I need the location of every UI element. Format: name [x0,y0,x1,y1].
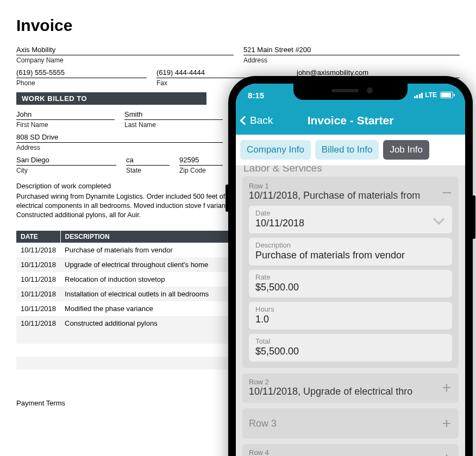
row-1-summary: 10/11/2018, Purchase of materials from [249,190,437,201]
section-title: Labor & Services [242,166,459,176]
row-1-card: Row 1 10/11/2018, Purchase of materials … [242,176,459,368]
total-value: $5,500.00 [255,346,446,357]
expand-icon[interactable]: + [441,380,452,395]
row-3-summary: Row 3 [249,418,277,429]
table-empty-row [16,357,245,370]
last-name-value: Smith [124,109,223,120]
row-2-card[interactable]: Row 2 10/11/2018, Upgrade of electrical … [242,373,459,403]
collapse-icon[interactable]: – [441,184,452,199]
work-desc-text: Purchased wiring from Dynamite Logistics… [16,192,245,220]
table-row: 10/11/2018Purchase of materials from ven… [16,243,245,257]
row-1-rate-field[interactable]: Rate $5,500.00 [249,270,452,297]
tab-billed-to-info[interactable]: Billed to Info [315,140,379,160]
row-1-hours-field[interactable]: Hours 1.0 [249,302,452,330]
line-items-table: DATE DESCRIPTION 10/11/2018Purchase of m… [16,231,245,383]
tab-row: Company Info Billed to Info Job Info [236,135,465,166]
col-description: DESCRIPTION [60,231,244,243]
carrier-label: LTE [425,91,437,99]
first-name-label: First Name [16,120,115,129]
row-4-card[interactable]: Row 4 10/11/2018, Relocation of inductio… [242,444,459,456]
cell-date: 10/11/2018 [16,301,60,316]
phone-label: Phone [16,78,147,87]
billed-to-header: WORK BILLED TO [16,92,206,105]
zip-label: Zip Code [179,166,223,174]
state-label: State [126,166,170,174]
last-name-label: Last Name [124,120,223,129]
cell-date: 10/11/2018 [16,316,60,331]
city-value: San Diego [16,155,116,166]
table-row: 10/11/2018Installation of electrical out… [16,287,245,301]
description-value: Purchase of materials from vendor [255,250,446,261]
city-label: City [16,166,116,174]
cell-date: 10/11/2018 [16,272,60,287]
phone-notch [293,84,408,100]
cell-description: Purchase of materials from vendor [60,243,244,257]
chevron-left-icon [240,116,249,125]
hours-label: Hours [255,305,446,313]
cell-date: 10/11/2018 [16,287,60,301]
nav-bar: Back Invoice - Starter [236,106,465,135]
row-1-total-field[interactable]: Total $5,500.00 [249,334,452,362]
row-3-card[interactable]: Row 3 + [242,408,459,439]
table-row: 10/11/2018Constructed additional pylons [16,316,245,331]
row-1-header[interactable]: Row 1 10/11/2018, Purchase of materials … [249,182,452,201]
expand-icon[interactable]: + [441,451,452,456]
phone-mockup: 8:15 LTE Back Invoice - Starter Company … [228,76,473,456]
tab-company-info[interactable]: Company Info [240,140,311,160]
zip-value: 92595 [179,155,223,166]
cell-description: Upgrade of electrical throughout client'… [60,257,244,272]
date-value: 10/11/2018 [255,218,446,229]
cell-description: Modified the phase variance [60,301,244,316]
company-address-label: Address [243,55,460,64]
cell-description: Constructed additional pylons [60,316,244,331]
chevron-down-icon [435,217,444,223]
company-address-value: 521 Main Street #200 [243,45,460,55]
row-1-label: Row 1 [249,182,437,190]
invoice-title: Invoice [16,16,460,35]
cell-description: Relocation of induction stovetop [60,272,244,287]
row-4-label: Row 4 [249,448,437,456]
battery-icon [440,92,453,98]
rate-label: Rate [255,273,446,281]
total-label: Total [255,337,446,345]
table-row: 10/11/2018Relocation of induction stovet… [16,272,245,287]
row-2-label: Row 2 [249,378,437,386]
form-area[interactable]: Labor & Services Row 1 10/11/2018, Purch… [236,166,465,456]
row-2-summary: 10/11/2018, Upgrade of electrical thro [249,386,437,397]
state-value: ca [126,155,170,166]
street-label: Address [16,143,223,151]
table-empty-row [16,344,245,357]
company-name-value: Axis Mobility [16,45,234,55]
cell-description: Installation of electrical outlets in al… [60,287,244,301]
table-empty-row [16,370,245,383]
hours-value: 1.0 [255,314,446,325]
description-label: Description [255,241,446,249]
row-1-date-field[interactable]: Date 10/11/2018 [249,206,452,233]
cell-date: 10/11/2018 [16,243,60,257]
rate-value: $5,500.00 [255,282,446,293]
table-row: 10/11/2018Modified the phase variance [16,301,245,316]
table-empty-row [16,331,245,344]
first-name-value: John [16,109,115,120]
street-value: 808 SD Drive [16,132,223,143]
signal-icon [414,92,423,98]
status-time: 8:15 [248,91,264,100]
cell-date: 10/11/2018 [16,257,60,272]
table-row: 10/11/2018Upgrade of electrical througho… [16,257,245,272]
back-button[interactable]: Back [241,115,273,126]
row-1-description-field[interactable]: Description Purchase of materials from v… [249,238,452,265]
company-name-label: Company Name [16,55,234,64]
phone-screen: 8:15 LTE Back Invoice - Starter Company … [236,84,465,456]
back-label: Back [250,115,273,126]
phone-value: (619) 555-5555 [16,67,147,78]
tab-job-info[interactable]: Job Info [383,140,429,160]
date-label: Date [255,209,446,217]
col-date: DATE [16,231,60,243]
expand-icon[interactable]: + [441,416,452,431]
